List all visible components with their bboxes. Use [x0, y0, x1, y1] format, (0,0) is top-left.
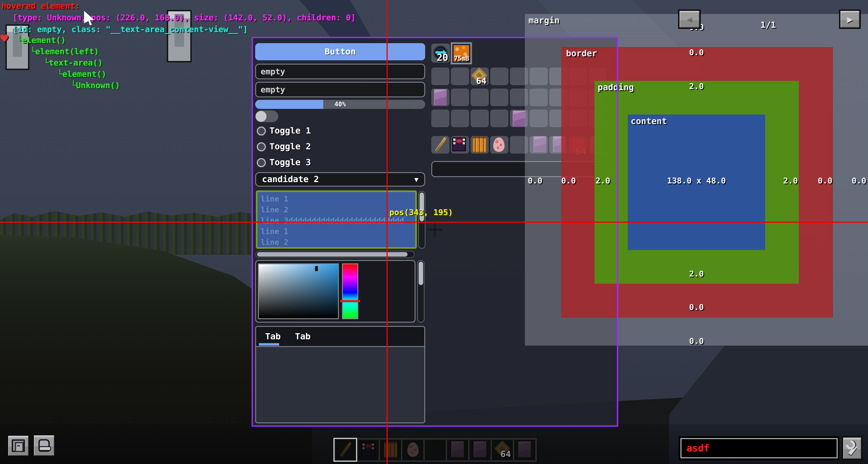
border-top-value: 0.0 — [683, 48, 710, 57]
picker-scrollbar[interactable] — [417, 260, 425, 323]
inventory-slot[interactable] — [431, 109, 450, 127]
progress-label: 40% — [255, 100, 425, 109]
padding-label: padding — [598, 83, 634, 92]
margin-right-value: 0.0 — [845, 176, 868, 185]
margin-bottom-value: 0.0 — [683, 337, 710, 345]
heart-icon: ♥ — [0, 32, 8, 46]
wrench-icon — [844, 440, 860, 456]
conduit-count: 20 — [437, 53, 448, 63]
scrollbar-thumb[interactable] — [257, 252, 408, 257]
text-area[interactable]: line 1 line 2 line 3dddddddddddddddddddd… — [256, 191, 417, 249]
radio-toggle-2[interactable] — [257, 142, 266, 151]
crosshair-vertical-line — [386, 0, 388, 464]
hovered-element-title: hovered element: — [1, 1, 80, 10]
element-id-line: [id: empty, class: "__text-area_content-… — [13, 25, 248, 34]
minecraft-debug-screen: ♥ Button empty empty 40% Toggle 1 Toggle… — [0, 0, 868, 464]
demo-button[interactable]: Button — [255, 43, 425, 60]
scroll-icon — [38, 439, 50, 452]
inventory-slot[interactable] — [451, 109, 469, 127]
inventory-slot[interactable] — [471, 109, 489, 127]
element-tree-line: └text-area() — [44, 58, 103, 67]
saturation-cursor[interactable] — [315, 266, 318, 271]
plus-marker — [434, 223, 436, 237]
inventory-slot[interactable] — [451, 89, 469, 106]
border-label: border — [566, 49, 597, 58]
textarea-scrollbar[interactable] — [418, 191, 426, 249]
scroll-button[interactable] — [33, 434, 56, 457]
chevron-left-icon: ◀ — [687, 14, 692, 24]
toggle-knob[interactable] — [256, 111, 267, 122]
textarea-line: line 1 — [260, 193, 412, 204]
purpur-pillar-item-icon[interactable] — [513, 111, 525, 127]
hue-marker[interactable] — [340, 300, 360, 302]
inventory-slot[interactable] — [490, 109, 508, 127]
element-tree-line: └element() — [17, 36, 66, 45]
hotbar-selected-slot-frame — [333, 438, 357, 462]
inventory-slot[interactable] — [490, 89, 508, 106]
text-field-2[interactable]: empty — [255, 82, 425, 97]
text-field-1[interactable]: empty — [255, 64, 425, 79]
purpur-pillar-item-icon[interactable] — [434, 90, 447, 105]
border-left-value: 0.0 — [555, 176, 582, 185]
padding-top-value: 2.0 — [683, 82, 710, 91]
toggle-switch[interactable] — [255, 110, 278, 122]
pager-page-label: 1/1 — [752, 20, 784, 30]
hotbar-log-count: 64 — [500, 450, 511, 459]
radio-label-2: Toggle 2 — [270, 142, 311, 151]
radio-toggle-1[interactable] — [257, 127, 266, 136]
border-right-value: 0.0 — [811, 176, 839, 185]
pager-next-button[interactable]: ▶ — [839, 9, 861, 29]
candidate-dropdown[interactable]: candidate 2 ▼ — [255, 172, 425, 187]
content-size-value: 138.0 x 48.0 — [651, 176, 742, 185]
radio-label-3: Toggle 3 — [270, 158, 311, 167]
scrollbar-thumb[interactable] — [418, 262, 423, 285]
inventory-slot[interactable] — [490, 68, 508, 85]
border-bottom-value: 0.0 — [683, 303, 710, 312]
tab-1[interactable]: Tab — [265, 332, 281, 341]
scrollbar-thumb[interactable] — [420, 193, 424, 221]
radio-toggle-3[interactable] — [257, 158, 266, 167]
dropdown-value: candidate 2 — [262, 175, 319, 184]
textarea-line: line 2 — [260, 237, 412, 247]
pager-prev-button[interactable]: ◀ — [678, 9, 701, 29]
element-tree-line: └element() — [57, 70, 106, 78]
active-tab-underline — [259, 343, 279, 345]
inventory-slot[interactable] — [451, 68, 469, 85]
respawn-anchor-item-icon[interactable] — [452, 137, 466, 151]
inventory-slot[interactable] — [471, 89, 489, 106]
padding-left-value: 2.0 — [589, 176, 616, 185]
hue-bar[interactable] — [342, 263, 358, 319]
radio-label-1: Toggle 1 — [270, 126, 311, 136]
element-tree-line: └element(left) — [30, 47, 99, 56]
progress-bar: 40% — [255, 100, 425, 109]
padding-bottom-value: 2.0 — [683, 269, 710, 278]
horizontal-scrollbar[interactable] — [255, 251, 414, 258]
book-button[interactable] — [7, 434, 30, 457]
command-input-inner: asdf — [680, 438, 838, 458]
content-label: content — [631, 117, 667, 126]
textarea-line: line 1 — [260, 226, 412, 237]
tab-container: Tab Tab — [255, 326, 425, 423]
settings-button[interactable] — [842, 436, 863, 460]
cursor-pos-label: pos(343, 195) — [389, 208, 453, 217]
element-type-line: [type: Unknown, pos: (226.0, 168.0), siz… — [13, 13, 355, 22]
inventory-slot[interactable] — [431, 68, 450, 85]
element-tree-line: └Unknown() — [71, 81, 120, 90]
command-input[interactable]: asdf — [679, 436, 839, 460]
tab-2[interactable]: Tab — [295, 332, 311, 341]
tab-header: Tab Tab — [256, 327, 424, 347]
chevron-down-icon: ▼ — [414, 175, 418, 184]
chevron-right-icon: ▶ — [847, 14, 852, 25]
margin-label: margin — [528, 16, 559, 25]
stripped-log-item-icon[interactable] — [473, 136, 486, 153]
tank-amount-label: 75mB — [454, 55, 469, 62]
padding-right-value: 2.0 — [777, 176, 804, 185]
command-input-value: asdf — [686, 443, 709, 453]
book-icon — [12, 439, 25, 452]
margin-left-value: 0.0 — [522, 176, 549, 185]
oak-log-count: 64 — [476, 76, 487, 86]
saturation-square[interactable] — [258, 263, 339, 319]
